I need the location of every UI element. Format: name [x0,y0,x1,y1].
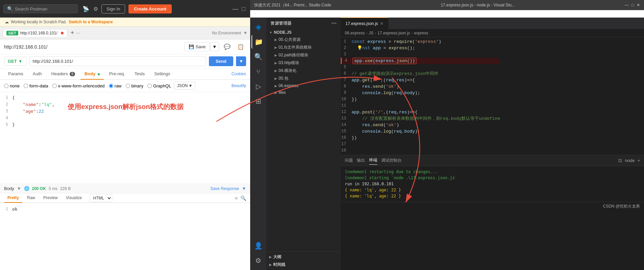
tree-item-fs[interactable]: ▶ 01.fs文件系统模块 [266,44,341,51]
tree-item-public[interactable]: ▶ 00.公共资源 [266,36,341,44]
tree-root-nodejs[interactable]: ▼ NODE.JS [266,29,341,36]
save-dropdown[interactable]: ▼ [210,42,219,51]
save-response-button[interactable]: Save Response [210,186,239,191]
save-response-dropdown[interactable]: ▼ [242,186,246,191]
search-placeholder: Search Postman [15,6,47,11]
gear-activity-icon[interactable]: ⚙ [252,254,265,267]
line-num-2: 2 [0,102,12,107]
tree-item-path[interactable]: ▶ 02.path路径模块 [266,51,341,59]
switch-workspace-link[interactable]: Switch to a Workspace [69,20,113,24]
line-num-5: 5 [0,122,12,127]
term-tab-output[interactable]: 输出 [357,156,365,165]
run-icon[interactable]: ▷ [252,80,265,93]
breadcrumb-06express[interactable]: 06.express [345,31,365,35]
request-tab[interactable]: GET http://192.168.0.101/ [3,29,67,37]
radio-form-data[interactable]: form-data [24,83,48,88]
radio-raw[interactable]: raw [109,83,122,88]
tab-tests[interactable]: Tests [130,69,149,80]
tree-root-label: NODE.JS [274,30,292,35]
resp-tab-preview[interactable]: Preview [40,193,61,203]
request-body-editor[interactable]: 1 { 2 "name":"lq", 3 "age":22 4 5 [0,92,250,184]
satellite-icon[interactable]: 📡 [82,6,89,12]
cookies-link[interactable]: Cookies [232,72,246,76]
sidebar-more-button[interactable]: ··· [332,20,337,26]
tree-item-files[interactable]: ▶ files [266,89,341,96]
timeline-section[interactable]: ▶ 时间线 [266,261,341,269]
tab-auth[interactable]: Auth [29,69,46,80]
method-select[interactable]: GET ▼ [4,57,26,66]
response-search-icon[interactable]: 🔍 [240,195,246,201]
tab-url: http://192.168.0.101/ [20,31,57,35]
tab-settings[interactable]: Settings [150,69,174,80]
radio-urlencoded[interactable]: x-www-form-urlencoded [52,83,105,88]
create-account-button[interactable]: Create Account [128,4,172,14]
code-line-13: 13 // 没有配置解析表单数据的中间件，则req.body默认等于undefi… [341,115,500,122]
editor-tab-express-json[interactable]: 17.express.json.js ✕ [341,18,388,29]
send-button[interactable]: Send [209,56,233,66]
more-tabs-button[interactable]: ··· [76,30,80,35]
word-wrap-icon[interactable]: ≡ [235,195,238,201]
term-tab-debug[interactable]: 调试控制台 [381,156,402,165]
response-body: 1 ok [0,203,250,270]
resp-tab-raw[interactable]: Raw [24,193,39,203]
vscode-minimize[interactable]: — [625,3,629,7]
tab-prereq[interactable]: Pre-req. [105,69,129,80]
tab-headers[interactable]: Headers 8 [47,69,79,80]
vscode-close[interactable]: ✕ [637,3,640,7]
signin-button[interactable]: Sign In [101,4,125,14]
minimize-button[interactable]: — [232,5,238,12]
env-dropdown[interactable]: ▼ [243,30,247,35]
term-tab-problems[interactable]: 问题 [345,156,353,165]
radio-graphql[interactable]: GraphQL [147,83,171,88]
response-format-select[interactable]: HTML JSON Text [90,194,112,202]
breadcrumb-file[interactable]: 17.express.json.js [378,31,410,35]
terminal-add-icon[interactable]: + [637,158,640,163]
search-activity-icon[interactable]: 🔍 [252,50,265,63]
radio-binary[interactable]: binary [126,83,143,88]
search-box[interactable]: 🔍 Search Postman [3,4,78,13]
tab-body[interactable]: Body [80,69,104,80]
save-button[interactable]: 💾 Save [184,42,210,51]
maximize-button[interactable]: □ [242,5,245,12]
no-environment[interactable]: No Environment [212,31,241,35]
extensions-icon[interactable]: ⊞ [252,94,265,108]
code-line-11: 11 [341,103,500,109]
code-line-18: 18 [341,147,500,154]
breadcrumb-express[interactable]: express [414,31,428,35]
radio-none[interactable]: none [4,83,20,88]
send-dropdown[interactable]: ▼ [236,56,246,66]
code-line-17: 17 [341,141,500,147]
line-num-3: 3 [0,109,12,113]
resp-tab-pretty[interactable]: Pretty [4,193,22,203]
method-dropdown-icon: ▼ [18,59,23,64]
terminal-expand-icon[interactable]: ⊡ [618,158,622,163]
format-select[interactable]: JSON ▼ [174,82,195,90]
tab-params[interactable]: Params [4,69,27,80]
add-tab-button[interactable]: + [71,29,74,36]
settings-icon[interactable]: ⚙ [93,6,98,12]
code-editor-area[interactable]: 1 const express = require('express') 2 💡… [341,37,644,155]
beautify-button[interactable]: Beautify [232,83,246,88]
code-line-16: 16 }) [341,135,500,141]
vscode-restore[interactable]: □ [631,3,634,7]
tree-item-module[interactable]: ▶ 04.模块化 [266,67,341,75]
clipboard-icon[interactable]: 📋 [235,43,246,51]
term-tab-terminal[interactable]: 终端 [369,156,377,165]
account-icon[interactable]: 👤 [252,239,265,252]
tree-item-package[interactable]: ▶ 05.包 [266,75,341,82]
tree-item-http[interactable]: ▶ 03.http模块 [266,59,341,67]
comment-icon[interactable]: 💬 [222,43,233,51]
outline-section[interactable]: ▶ 大纲 [266,253,341,261]
breadcrumb-js[interactable]: JS [369,31,374,35]
editor-breadcrumb: 06.express › JS › 17.express.json.js › e… [341,29,644,37]
explorer-icon[interactable]: 📁 [252,35,265,49]
request-url-input[interactable] [29,56,206,66]
response-dropdown[interactable]: ▼ [17,186,21,191]
git-icon[interactable]: ⑂ [252,65,265,78]
body-config-bar: none form-data x-www-form-urlencoded raw… [0,80,250,92]
tree-item-express[interactable]: ▶ 06.express [266,82,341,89]
activity-bar: ◈ 📁 🔍 ⑂ ▷ ⊞ 👤 ⚙ [250,18,266,270]
resp-tab-visualize[interactable]: Visualize [63,193,86,203]
editor-tab-close[interactable]: ✕ [380,21,383,26]
terminal-tabs: 问题 输出 终端 调试控制台 ⊡ node + [341,155,644,166]
